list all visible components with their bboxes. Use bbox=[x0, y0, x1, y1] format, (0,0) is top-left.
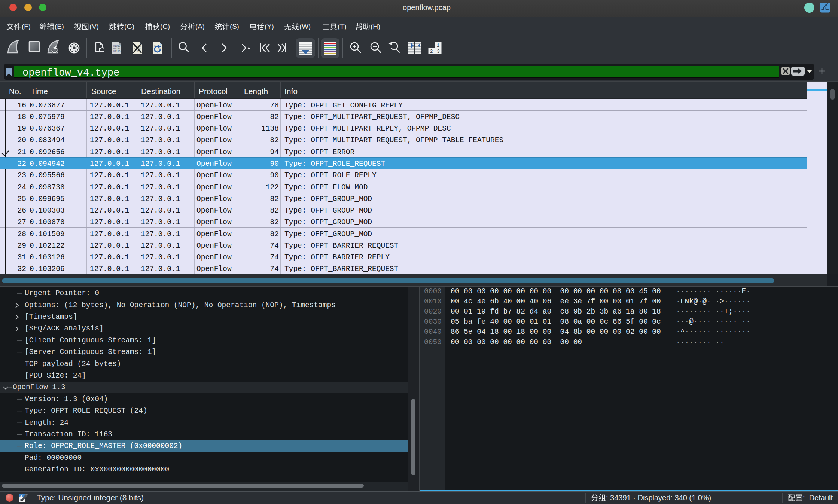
svg-text:2: 2 bbox=[430, 48, 433, 54]
svg-text:01110: 01110 bbox=[113, 50, 121, 53]
svg-text:01101: 01101 bbox=[113, 48, 121, 50]
svg-text:1: 1 bbox=[437, 42, 439, 48]
svg-text:3: 3 bbox=[437, 48, 440, 54]
svg-text:01010: 01010 bbox=[113, 45, 121, 48]
